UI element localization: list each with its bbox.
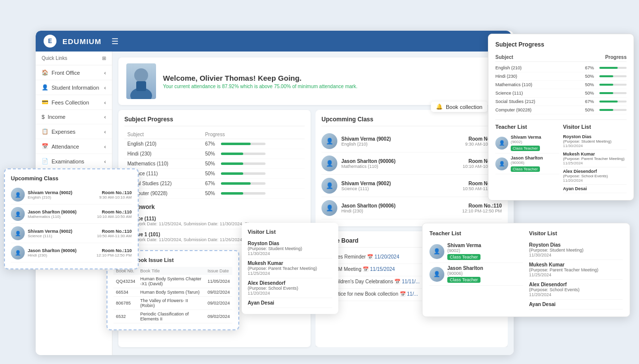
progress-label: 67% <box>205 181 218 186</box>
subject-row: Science (111) 50% <box>124 169 305 179</box>
fees-icon: 💳 <box>42 99 49 105</box>
progress-fill <box>221 153 243 155</box>
lib-col-title: Book Title <box>138 267 205 275</box>
teacher-id: (9002) <box>511 140 541 144</box>
subject-name: Mathematics (110) <box>124 159 202 169</box>
class-item: 👤 Shivam Verma (9002) English (210) Room… <box>321 130 502 153</box>
class-avatar: 👤 <box>321 178 337 194</box>
subject-name: English (210) <box>124 139 202 149</box>
oc-teacher: Jason Sharlton (90006) <box>28 209 94 214</box>
vs-purpose: (Purpose: School Events) <box>248 286 332 291</box>
vl-date: 11/20/2024 <box>529 292 623 297</box>
class-room: Room No.:110 <box>462 203 502 208</box>
subject-row: Hindi (230) 50% <box>124 149 305 159</box>
class-subject: Hindi (230) <box>341 208 458 213</box>
oc-schedule: Room No.:110 10:10 AM-10:50 AM <box>97 209 132 219</box>
book-no: QQ43234 <box>113 275 138 288</box>
fsp-track <box>599 109 627 111</box>
oc-time: 12:10 PM-12:50 PM <box>97 253 132 258</box>
fsp-fill <box>599 75 613 77</box>
progress-label: 50% <box>205 161 218 166</box>
sidebar-item-expenses[interactable]: 📋Expenses ‹ <box>36 124 112 139</box>
vs-purpose: (Purpose: Parent Teacher Meeting) <box>248 266 332 271</box>
class-time: 12:10 PM-12:50 PM <box>462 208 502 213</box>
visitor-date: 11/20/2024 <box>563 178 627 183</box>
vl-name: Alex Diesendorf <box>529 282 623 287</box>
book-date: 09/02/2024 <box>205 310 232 323</box>
teacher-badge: Class Teacher <box>511 166 540 172</box>
subject-row: English (210) 67% <box>124 139 305 149</box>
class-teacher: Shivam Verma (9002) <box>341 181 459 186</box>
fsp-progress: 50% <box>585 74 627 79</box>
progress-fill <box>221 172 243 175</box>
visitor-standalone-title: Visitor List <box>248 229 332 235</box>
class-avatar: 👤 <box>321 156 337 171</box>
fsp-track <box>599 75 627 77</box>
visitor-date: 11/25/2024 <box>563 161 627 165</box>
oc-avatar: 👤 <box>11 246 25 260</box>
fsp-progress: 67% <box>585 65 627 70</box>
fsp-name: Hindi (230) <box>495 74 517 79</box>
tl-id: (9002) <box>447 248 481 253</box>
sp-col-subject: Subject <box>495 54 513 60</box>
sidebar-item-attendance[interactable]: 📅Attendance ‹ <box>36 139 112 154</box>
tl-name: Jason Sharlton <box>447 265 483 271</box>
tl-info: Shivam Verma (9002) Class Teacher <box>447 243 481 260</box>
class-subject: Mathematics (110) <box>341 164 459 169</box>
visitor-item: Mukesh Kumar (Purpose: Parent Teacher Me… <box>563 150 627 167</box>
vl-date: 11/30/2024 <box>529 253 623 258</box>
subject-name: Hindi (230) <box>124 149 202 159</box>
class-item: 👤 Jason Sharlton (90006) Mathematics (11… <box>321 153 502 175</box>
visitor-standalone-item: Alex Diesendorf (Purpose: School Events)… <box>248 278 332 298</box>
svg-rect-2 <box>136 81 146 91</box>
exams-icon: 📄 <box>42 158 49 164</box>
oc-room: Room No.:110 <box>97 229 132 234</box>
sidebar-item-student-info[interactable]: 👤Student Information ‹ <box>36 80 112 95</box>
visitor-purpose: (Purpose: School Events) <box>563 174 627 178</box>
floating-sp-title: Subject Progress <box>495 41 627 48</box>
visitor-standalone-item: Royston Dias (Purpose: Student Meeting) … <box>248 239 332 259</box>
teacher-large-item: 👤 Shivam Verma (9002) Class Teacher <box>429 240 523 263</box>
teacher-id: (90006) <box>511 160 543 165</box>
notice-date: 📅 11/... <box>400 291 418 297</box>
visitor-item: Ayan Desai <box>563 185 627 193</box>
progress-track <box>221 182 266 185</box>
vl-name: Mukesh Kumar <box>529 262 623 267</box>
oc-teacher: Shivam Verma (9002) <box>28 190 96 195</box>
oc-subject: English (210) <box>28 195 96 200</box>
tl-badge: Class Teacher <box>447 277 480 283</box>
book-no: 806785 <box>113 297 138 310</box>
sidebar-item-exams[interactable]: 📄Examinations ‹ <box>36 154 112 169</box>
class-teacher: Shivam Verma (9002) <box>341 136 461 142</box>
teacher-list-section: Teacher List 👤 Shivam Verma (9002) Class… <box>495 124 559 193</box>
floating-sp-row: English (210) 67% <box>495 64 627 72</box>
subject-progress: 67% <box>202 179 305 189</box>
progress-track <box>221 172 266 175</box>
progress-track <box>221 153 266 155</box>
book-icon: 🔔 <box>436 104 443 110</box>
fsp-name: Social Studies (212) <box>495 99 535 104</box>
vs-purpose: (Purpose: Student Meeting) <box>248 246 332 251</box>
vs-name: Alex Diesendorf <box>248 280 332 286</box>
fsp-progress: 50% <box>585 82 627 87</box>
teacher-large-item: 👤 Jason Sharlton (90006) Class Teacher <box>429 263 523 286</box>
inner-hamburger[interactable]: ☰ <box>111 37 118 46</box>
welcome-text-block: Welcome, Olivier Thomas! Keep Going. You… <box>163 74 358 89</box>
oc-info: Shivam Verma (9002) English (210) <box>28 190 96 200</box>
visitor-purpose: (Purpose: Student Meeting) <box>563 139 627 144</box>
subject-row: Social Studies (212) 67% <box>124 179 305 189</box>
grid-icon[interactable]: ⊞ <box>102 55 106 61</box>
sidebar-item-income[interactable]: $Income ‹ <box>36 110 112 124</box>
teacher-badge: Class Teacher <box>511 146 540 151</box>
sidebar-item-front-office[interactable]: 🏠Front Office ‹ <box>36 65 112 80</box>
class-schedule: Room No.:110 12:10 PM-12:50 PM <box>462 203 502 213</box>
oc-time: 10:10 AM-10:50 AM <box>97 214 132 219</box>
vs-name: Ayan Desai <box>248 300 332 306</box>
progress-track <box>221 162 266 165</box>
oc-time: 10:50 AM-11:30 AM <box>97 234 132 238</box>
notice-text: Children's Day Celebrations 📅 11/11/... <box>332 279 420 284</box>
vs-date: 11/30/2024 <box>248 251 332 256</box>
sidebar-item-fees[interactable]: 💳Fees Collection ‹ <box>36 95 112 110</box>
welcome-card: Welcome, Olivier Thomas! Keep Going. You… <box>118 57 508 105</box>
student-icon: 👤 <box>42 84 49 91</box>
